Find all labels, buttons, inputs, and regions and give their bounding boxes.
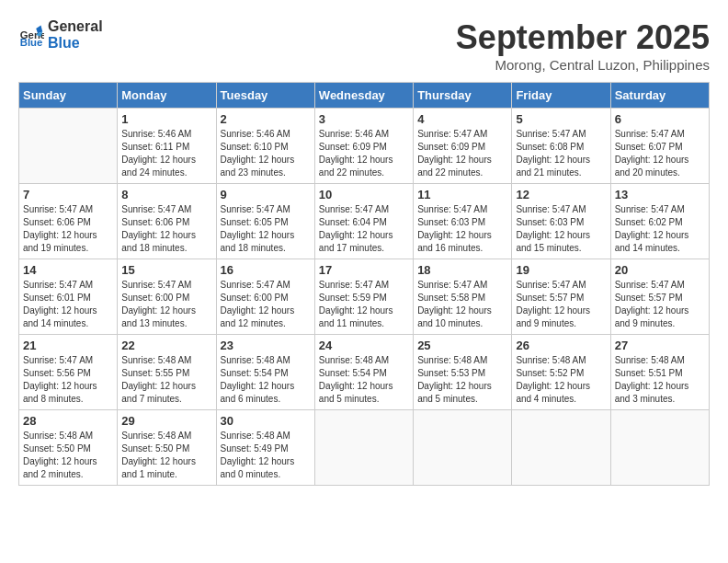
table-row: 20Sunrise: 5:47 AMSunset: 5:57 PMDayligh…	[610, 259, 709, 335]
table-row: 19Sunrise: 5:47 AMSunset: 5:57 PMDayligh…	[512, 259, 610, 335]
day-info: Sunrise: 5:47 AMSunset: 6:06 PMDaylight:…	[121, 203, 211, 255]
calendar-week-row: 7Sunrise: 5:47 AMSunset: 6:06 PMDaylight…	[19, 184, 710, 259]
page-header: General Blue General Blue September 2025…	[18, 18, 710, 73]
day-info: Sunrise: 5:48 AMSunset: 5:51 PMDaylight:…	[615, 354, 705, 406]
day-number: 15	[121, 263, 211, 277]
table-row: 26Sunrise: 5:48 AMSunset: 5:52 PMDayligh…	[512, 335, 610, 410]
day-number: 24	[319, 339, 409, 352]
day-info: Sunrise: 5:48 AMSunset: 5:50 PMDaylight:…	[23, 430, 113, 481]
day-number: 14	[23, 263, 113, 277]
table-row: 14Sunrise: 5:47 AMSunset: 6:01 PMDayligh…	[19, 259, 118, 335]
calendar-table: Sunday Monday Tuesday Wednesday Thursday…	[18, 82, 710, 486]
logo-icon: General Blue	[18, 22, 44, 48]
day-info: Sunrise: 5:48 AMSunset: 5:49 PMDaylight:…	[221, 430, 311, 481]
day-number: 1	[121, 112, 211, 126]
day-number: 18	[417, 263, 507, 277]
col-thursday: Thursday	[414, 83, 512, 109]
table-row: 24Sunrise: 5:48 AMSunset: 5:54 PMDayligh…	[314, 335, 413, 410]
table-row: 12Sunrise: 5:47 AMSunset: 6:03 PMDayligh…	[512, 184, 610, 259]
logo: General Blue General Blue	[18, 18, 103, 51]
day-info: Sunrise: 5:47 AMSunset: 6:07 PMDaylight:…	[615, 128, 705, 179]
day-number: 9	[221, 188, 311, 201]
day-number: 3	[319, 112, 409, 126]
table-row: 2Sunrise: 5:46 AMSunset: 6:10 PMDaylight…	[216, 109, 314, 184]
table-row: 25Sunrise: 5:48 AMSunset: 5:53 PMDayligh…	[414, 335, 512, 410]
calendar-week-row: 1Sunrise: 5:46 AMSunset: 6:11 PMDaylight…	[19, 109, 710, 184]
day-number: 21	[23, 339, 113, 352]
day-number: 13	[615, 188, 705, 201]
day-info: Sunrise: 5:47 AMSunset: 6:06 PMDaylight:…	[23, 203, 113, 255]
day-info: Sunrise: 5:46 AMSunset: 6:10 PMDaylight:…	[221, 128, 311, 179]
day-info: Sunrise: 5:47 AMSunset: 6:00 PMDaylight:…	[121, 279, 211, 330]
table-row: 9Sunrise: 5:47 AMSunset: 6:05 PMDaylight…	[216, 184, 314, 259]
table-row: 16Sunrise: 5:47 AMSunset: 6:00 PMDayligh…	[216, 259, 314, 335]
table-row	[19, 109, 118, 184]
day-info: Sunrise: 5:47 AMSunset: 5:59 PMDaylight:…	[319, 279, 409, 330]
day-info: Sunrise: 5:46 AMSunset: 6:09 PMDaylight:…	[319, 128, 409, 179]
day-info: Sunrise: 5:47 AMSunset: 5:57 PMDaylight:…	[615, 279, 705, 330]
calendar-header-row: Sunday Monday Tuesday Wednesday Thursday…	[19, 83, 710, 109]
day-info: Sunrise: 5:47 AMSunset: 5:57 PMDaylight:…	[516, 279, 606, 330]
day-number: 4	[417, 112, 507, 126]
col-monday: Monday	[118, 83, 216, 109]
day-info: Sunrise: 5:48 AMSunset: 5:53 PMDaylight:…	[417, 354, 507, 406]
day-info: Sunrise: 5:47 AMSunset: 5:58 PMDaylight:…	[417, 279, 507, 330]
day-number: 7	[23, 188, 113, 201]
logo-general: General	[48, 18, 103, 35]
day-number: 17	[319, 263, 409, 277]
location-subtitle: Morong, Central Luzon, Philippines	[456, 57, 710, 73]
day-info: Sunrise: 5:47 AMSunset: 6:02 PMDaylight:…	[615, 203, 705, 255]
day-number: 27	[615, 339, 705, 352]
table-row: 1Sunrise: 5:46 AMSunset: 6:11 PMDaylight…	[118, 109, 216, 184]
day-number: 25	[417, 339, 507, 352]
table-row	[512, 410, 610, 486]
day-info: Sunrise: 5:48 AMSunset: 5:52 PMDaylight:…	[516, 354, 606, 406]
table-row	[314, 410, 413, 486]
table-row: 5Sunrise: 5:47 AMSunset: 6:08 PMDaylight…	[512, 109, 610, 184]
day-number: 22	[121, 339, 211, 352]
title-block: September 2025 Morong, Central Luzon, Ph…	[456, 18, 710, 73]
table-row: 10Sunrise: 5:47 AMSunset: 6:04 PMDayligh…	[314, 184, 413, 259]
table-row: 21Sunrise: 5:47 AMSunset: 5:56 PMDayligh…	[19, 335, 118, 410]
table-row: 4Sunrise: 5:47 AMSunset: 6:09 PMDaylight…	[414, 109, 512, 184]
day-number: 16	[221, 263, 311, 277]
calendar-week-row: 14Sunrise: 5:47 AMSunset: 6:01 PMDayligh…	[19, 259, 710, 335]
day-number: 19	[516, 263, 606, 277]
table-row: 17Sunrise: 5:47 AMSunset: 5:59 PMDayligh…	[314, 259, 413, 335]
day-number: 5	[516, 112, 606, 126]
svg-text:Blue: Blue	[20, 37, 43, 48]
day-info: Sunrise: 5:47 AMSunset: 5:56 PMDaylight:…	[23, 354, 113, 406]
month-title: September 2025	[456, 18, 710, 57]
day-info: Sunrise: 5:47 AMSunset: 6:04 PMDaylight:…	[319, 203, 409, 255]
table-row: 27Sunrise: 5:48 AMSunset: 5:51 PMDayligh…	[610, 335, 709, 410]
table-row: 28Sunrise: 5:48 AMSunset: 5:50 PMDayligh…	[19, 410, 118, 486]
table-row: 6Sunrise: 5:47 AMSunset: 6:07 PMDaylight…	[610, 109, 709, 184]
col-wednesday: Wednesday	[314, 83, 413, 109]
calendar-week-row: 21Sunrise: 5:47 AMSunset: 5:56 PMDayligh…	[19, 335, 710, 410]
day-number: 2	[221, 112, 311, 126]
table-row	[610, 410, 709, 486]
day-number: 10	[319, 188, 409, 201]
table-row: 22Sunrise: 5:48 AMSunset: 5:55 PMDayligh…	[118, 335, 216, 410]
table-row: 30Sunrise: 5:48 AMSunset: 5:49 PMDayligh…	[216, 410, 314, 486]
day-info: Sunrise: 5:48 AMSunset: 5:54 PMDaylight:…	[221, 354, 311, 406]
day-info: Sunrise: 5:47 AMSunset: 6:03 PMDaylight:…	[516, 203, 606, 255]
day-number: 23	[221, 339, 311, 352]
col-saturday: Saturday	[610, 83, 709, 109]
day-info: Sunrise: 5:46 AMSunset: 6:11 PMDaylight:…	[121, 128, 211, 179]
table-row: 18Sunrise: 5:47 AMSunset: 5:58 PMDayligh…	[414, 259, 512, 335]
day-info: Sunrise: 5:47 AMSunset: 6:03 PMDaylight:…	[417, 203, 507, 255]
day-info: Sunrise: 5:47 AMSunset: 6:05 PMDaylight:…	[221, 203, 311, 255]
logo-blue: Blue	[48, 35, 103, 52]
table-row: 7Sunrise: 5:47 AMSunset: 6:06 PMDaylight…	[19, 184, 118, 259]
table-row: 3Sunrise: 5:46 AMSunset: 6:09 PMDaylight…	[314, 109, 413, 184]
col-sunday: Sunday	[19, 83, 118, 109]
table-row: 8Sunrise: 5:47 AMSunset: 6:06 PMDaylight…	[118, 184, 216, 259]
table-row: 15Sunrise: 5:47 AMSunset: 6:00 PMDayligh…	[118, 259, 216, 335]
day-number: 8	[121, 188, 211, 201]
col-friday: Friday	[512, 83, 610, 109]
col-tuesday: Tuesday	[216, 83, 314, 109]
day-number: 20	[615, 263, 705, 277]
day-info: Sunrise: 5:48 AMSunset: 5:55 PMDaylight:…	[121, 354, 211, 406]
calendar-week-row: 28Sunrise: 5:48 AMSunset: 5:50 PMDayligh…	[19, 410, 710, 486]
